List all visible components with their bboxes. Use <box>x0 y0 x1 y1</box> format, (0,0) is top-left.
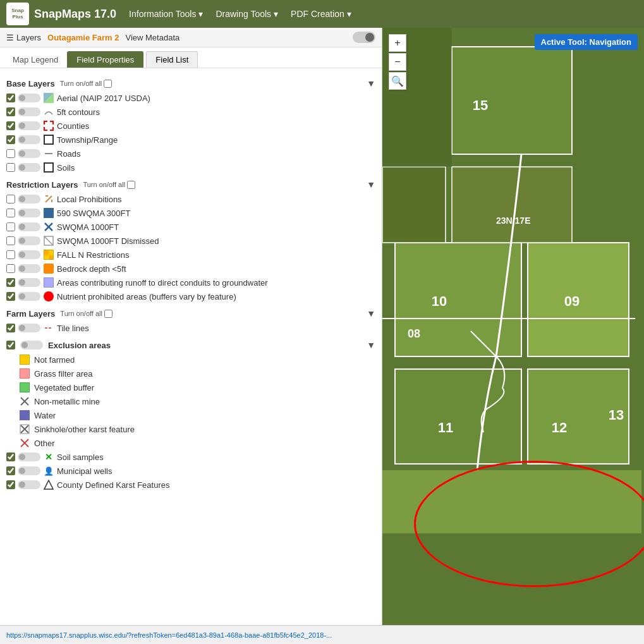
layer-soils-slider[interactable] <box>18 163 40 172</box>
navbar: SnapPlus SnapMaps 17.0 Information Tools… <box>0 0 644 28</box>
layers-icon: ☰ <box>6 33 14 42</box>
layer-nutrient: Nutrient prohibited areas (buffers vary … <box>6 289 375 303</box>
legend-not-farmed: Not farmed <box>6 353 375 367</box>
layer-contours-slider[interactable] <box>18 107 40 116</box>
exclusion-areas-collapse[interactable]: ▼ <box>367 340 375 350</box>
soil-samples-icon: ✕ <box>43 451 54 463</box>
roads-icon <box>43 148 54 159</box>
toggle-switch[interactable] <box>353 32 375 43</box>
farm-layers-collapse[interactable]: ▼ <box>367 308 375 319</box>
url-link[interactable]: https://snapmaps17.snapplus.wisc.edu/?re… <box>6 631 332 639</box>
tab-field-properties[interactable]: Field Properties <box>67 51 143 68</box>
layer-nutrient-checkbox[interactable] <box>6 292 15 301</box>
layer-swqma-dismissed-slider[interactable] <box>18 236 40 245</box>
layer-roads: Roads <box>6 147 375 161</box>
layer-counties: Counties <box>6 119 375 133</box>
layer-aerial: Aerial (NAIP 2017 USDA) <box>6 91 375 105</box>
layer-municipal-wells: 👤 Municipal wells <box>6 464 375 478</box>
swqma-1000-icon <box>43 221 54 233</box>
swqma-dismissed-icon <box>43 235 54 246</box>
layer-roads-slider[interactable] <box>18 149 40 158</box>
legend-water: Water <box>6 408 375 422</box>
farm-layers-header: Farm Layers Turn on/off all ▼ <box>6 308 375 319</box>
layer-fall-n-checkbox[interactable] <box>6 250 15 259</box>
layer-swqma-dismissed-label: SWQMA 1000FT Dismissed <box>57 236 159 246</box>
zoom-in-button[interactable]: + <box>389 34 406 52</box>
legend-veg-buffer-label: Vegetated buffer <box>34 383 94 392</box>
restriction-layers-title: Restriction Layers <box>6 180 78 190</box>
layer-swqma-1000-checkbox[interactable] <box>6 222 15 231</box>
layer-soil-samples-slider[interactable] <box>18 453 40 461</box>
layer-aerial-slider[interactable] <box>18 94 40 102</box>
tab-field-list[interactable]: Field List <box>146 51 198 68</box>
layer-fall-n-slider[interactable] <box>18 250 40 259</box>
layer-township-slider[interactable] <box>18 135 40 144</box>
layer-aerial-label: Aerial (NAIP 2017 USDA) <box>57 94 150 103</box>
legend-other: Other <box>6 436 375 450</box>
layers-button[interactable]: ☰ Layers <box>6 33 41 42</box>
layer-aerial-checkbox[interactable] <box>6 94 15 102</box>
tab-map-legend[interactable]: Map Legend <box>6 51 64 68</box>
legend-nonmetallic: Non-metallic mine <box>6 394 375 408</box>
exclusion-areas-slider[interactable] <box>20 341 43 349</box>
legend-grass-filter-label: Grass filter area <box>34 369 92 379</box>
layer-bedrock-checkbox[interactable] <box>6 264 15 273</box>
layer-nutrient-slider[interactable] <box>18 292 40 301</box>
legend-other-label: Other <box>34 439 55 448</box>
layer-runoff-checkbox[interactable] <box>6 278 15 287</box>
layers-scroll[interactable]: Base Layers Turn on/off all ▼ Aerial (NA… <box>0 68 382 625</box>
zoom-out-button[interactable]: − <box>389 53 406 71</box>
layer-soil-samples-checkbox[interactable] <box>6 453 15 461</box>
layer-swqma-300-label: 590 SWQMA 300FT <box>57 209 130 218</box>
exclusion-areas-checkbox[interactable] <box>6 341 15 349</box>
base-layers-collapse[interactable]: ▼ <box>367 78 375 88</box>
svg-text:15: 15 <box>473 97 488 113</box>
svg-rect-21 <box>395 369 521 464</box>
layer-municipal-wells-checkbox[interactable] <box>6 466 15 475</box>
layer-swqma-300-slider[interactable] <box>18 209 40 217</box>
map-area[interactable]: 15 23N 17E 10 09 08 11 12 13 + − 🔍 <box>382 28 644 625</box>
layer-runoff-slider[interactable] <box>18 278 40 287</box>
layer-township-checkbox[interactable] <box>6 135 15 144</box>
layer-roads-checkbox[interactable] <box>6 149 15 158</box>
layer-karst-checkbox[interactable] <box>6 480 15 489</box>
brand: SnapPlus SnapMaps 17.0 <box>6 3 116 25</box>
restriction-layers-header: Restriction Layers Turn on/off all ▼ <box>6 179 375 190</box>
layer-local-prohibitions-slider[interactable] <box>18 195 40 204</box>
view-metadata-link[interactable]: View Metadata <box>125 33 179 42</box>
nav-drawing-tools[interactable]: Drawing Tools ▾ <box>216 9 278 19</box>
nav-pdf-creation[interactable]: PDF Creation ▾ <box>291 9 351 19</box>
layer-township-label: Township/Range <box>57 135 118 145</box>
layer-karst: County Defined Karst Features <box>6 478 375 492</box>
layer-counties-slider[interactable] <box>18 121 40 130</box>
chevron-down-icon: ▾ <box>198 9 203 19</box>
layer-swqma-300-checkbox[interactable] <box>6 209 15 217</box>
restriction-layers-collapse[interactable]: ▼ <box>367 179 375 190</box>
aerial-icon <box>43 92 54 104</box>
layer-counties-checkbox[interactable] <box>6 121 15 130</box>
layer-municipal-wells-slider[interactable] <box>18 466 40 475</box>
soils-icon <box>43 162 54 173</box>
search-button[interactable]: 🔍 <box>389 72 406 90</box>
nav-information-tools[interactable]: Information Tools ▾ <box>129 9 203 19</box>
layer-tile-lines-slider[interactable] <box>18 324 40 332</box>
layer-tile-lines-checkbox[interactable] <box>6 324 15 332</box>
layer-karst-slider[interactable] <box>18 480 40 489</box>
layer-swqma-1000-label: SWQMA 1000FT <box>57 222 119 232</box>
water-icon <box>19 410 30 421</box>
layer-local-prohibitions-checkbox[interactable] <box>6 195 15 204</box>
layer-contours-checkbox[interactable] <box>6 107 15 116</box>
legend-sinkhole: Sinkhole/other karst feature <box>6 422 375 436</box>
layer-tile-lines: Tile lines <box>6 321 375 335</box>
restriction-layers-toggle-all[interactable] <box>127 181 135 189</box>
layer-contours-label: 5ft contours <box>57 107 100 117</box>
layer-swqma-1000-slider[interactable] <box>18 222 40 231</box>
layer-swqma-dismissed-checkbox[interactable] <box>6 236 15 245</box>
base-layers-toggle-all[interactable] <box>104 80 112 88</box>
layer-runoff: Areas contributing runoff to direct cond… <box>6 276 375 289</box>
svg-text:23N 17E: 23N 17E <box>496 216 530 226</box>
layers-label: Layers <box>16 33 41 42</box>
farm-layers-toggle-all[interactable] <box>104 310 112 318</box>
layer-soils-checkbox[interactable] <box>6 163 15 172</box>
layer-bedrock-slider[interactable] <box>18 264 40 273</box>
